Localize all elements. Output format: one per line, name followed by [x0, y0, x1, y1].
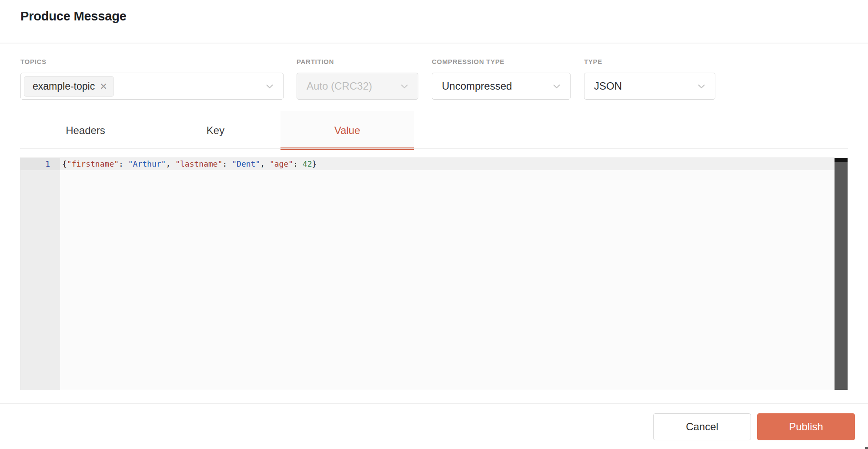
tab-value[interactable]: Value [280, 111, 414, 150]
scrollbar-corner [865, 447, 868, 449]
topics-select[interactable]: example-topic ✕ [20, 73, 284, 100]
compression-type-select[interactable]: Uncompressed [432, 73, 571, 100]
line-number: 1 [20, 158, 60, 170]
message-part-tabs: Headers Key Value [20, 111, 414, 150]
partition-value: Auto (CRC32) [297, 80, 372, 92]
footer-divider [0, 403, 868, 404]
produce-message-dialog: Produce Message TOPICS example-topic ✕ P… [0, 0, 868, 449]
type-label: TYPE [584, 58, 715, 65]
compression-type-value: Uncompressed [432, 80, 512, 92]
type-select[interactable]: JSON [584, 73, 715, 100]
type-value: JSON [584, 80, 622, 92]
page-title: Produce Message [20, 9, 127, 23]
cancel-button[interactable]: Cancel [653, 413, 751, 440]
code-line[interactable]: {"firstname": "Arthur", "lastname": "Den… [60, 158, 835, 170]
partition-field: PARTITION Auto (CRC32) [297, 58, 418, 100]
partition-label: PARTITION [297, 58, 418, 65]
compression-type-label: COMPRESSION TYPE [432, 58, 571, 65]
chevron-down-icon [399, 81, 410, 91]
topics-label: TOPICS [20, 58, 284, 65]
tab-key[interactable]: Key [150, 111, 280, 150]
chevron-down-icon [551, 81, 562, 91]
remove-tag-icon[interactable]: ✕ [100, 82, 107, 91]
editor-scrollbar[interactable] [835, 158, 848, 390]
tab-headers[interactable]: Headers [20, 111, 150, 150]
topics-field: TOPICS example-topic ✕ [20, 58, 284, 100]
compression-type-field: COMPRESSION TYPE Uncompressed [432, 58, 571, 100]
editor-gutter: 1 [20, 158, 60, 390]
publish-button[interactable]: Publish [757, 413, 855, 440]
partition-select: Auto (CRC32) [297, 73, 418, 100]
value-code-editor[interactable]: 1 {"firstname": "Arthur", "lastname": "D… [20, 157, 848, 390]
header-divider [0, 43, 868, 44]
chevron-down-icon [696, 81, 707, 91]
type-field: TYPE JSON [584, 58, 715, 100]
topic-tag: example-topic ✕ [24, 76, 114, 97]
topic-tag-label: example-topic [33, 80, 95, 92]
editor-scrollbar-thumb[interactable] [835, 158, 848, 162]
tabs-divider [20, 148, 848, 149]
chevron-down-icon [264, 81, 275, 91]
